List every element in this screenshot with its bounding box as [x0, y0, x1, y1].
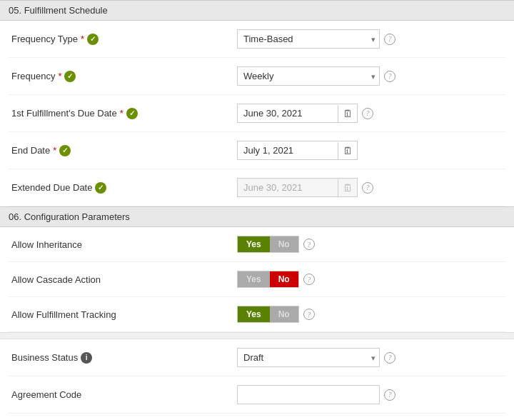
business-status-control: Draft Active Inactive ▾ ? — [237, 348, 505, 367]
first-due-date-control: 🗓 ? — [237, 104, 505, 123]
frequency-type-row: Frequency Type* ✓ Time-Based Event-Based… — [9, 21, 505, 58]
first-due-date-wrapper: 🗓 — [237, 104, 358, 123]
file-path-row: File Path ✓ Select File ? — [9, 414, 505, 420]
section-gap — [0, 332, 514, 339]
allow-tracking-label: Allow Fulfillment Tracking — [9, 309, 237, 320]
first-due-date-check-icon: ✓ — [126, 108, 138, 119]
end-date-control: 🗓 — [237, 141, 505, 160]
business-status-select-wrapper: Draft Active Inactive ▾ — [237, 348, 380, 367]
agreement-code-row: Agreement Code ? — [9, 376, 505, 414]
frequency-help-icon[interactable]: ? — [384, 71, 395, 82]
business-status-label: Business Status i — [9, 352, 237, 364]
allow-tracking-yes-button[interactable]: Yes — [238, 306, 270, 322]
bottom-section-body: Business Status i Draft Active Inactive … — [0, 339, 514, 420]
frequency-select[interactable]: Weekly Daily Monthly — [237, 66, 380, 86]
frequency-type-select[interactable]: Time-Based Event-Based — [237, 29, 380, 49]
agreement-code-control: ? — [237, 385, 505, 404]
allow-inheritance-no-button[interactable]: No — [270, 236, 298, 252]
frequency-row: Frequency* ✓ Weekly Daily Monthly ▾ ? — [9, 58, 505, 95]
allow-cascade-help-icon[interactable]: ? — [303, 274, 315, 285]
extended-due-date-input — [238, 179, 338, 196]
agreement-code-label: Agreement Code — [9, 389, 237, 400]
fulfillment-section-header: 05. Fulfillment Schedule — [0, 0, 514, 21]
allow-cascade-yes-button[interactable]: Yes — [238, 271, 270, 287]
first-due-date-label: 1st Fulfillment's Due Date* ✓ — [9, 108, 237, 119]
end-date-label: End Date* ✓ — [9, 145, 237, 156]
end-date-input[interactable] — [238, 141, 338, 159]
business-status-info-icon: i — [81, 352, 92, 364]
frequency-select-wrapper: Weekly Daily Monthly ▾ — [237, 66, 380, 86]
first-due-date-input[interactable] — [238, 104, 338, 122]
extended-due-date-control: 🗓 ? — [237, 178, 505, 197]
allow-inheritance-help-icon[interactable]: ? — [303, 239, 315, 250]
allow-tracking-toggle: Yes No — [237, 306, 299, 323]
allow-cascade-row: Allow Cascade Action Yes No ? — [9, 262, 505, 297]
allow-cascade-no-button[interactable]: No — [270, 271, 298, 287]
frequency-check-icon: ✓ — [64, 71, 76, 82]
end-date-check-icon: ✓ — [59, 145, 71, 156]
end-date-wrapper: 🗓 — [237, 141, 358, 160]
configuration-section-header: 06. Configuration Parameters — [0, 206, 514, 227]
extended-due-date-wrapper: 🗓 — [237, 178, 358, 197]
allow-inheritance-control: Yes No ? — [237, 236, 505, 253]
configuration-section-body: Allow Inheritance Yes No ? Allow Cascade… — [0, 227, 514, 332]
allow-tracking-row: Allow Fulfillment Tracking Yes No ? — [9, 297, 505, 332]
extended-due-date-help-icon[interactable]: ? — [362, 182, 373, 194]
allow-cascade-label: Allow Cascade Action — [9, 274, 237, 285]
allow-tracking-no-button[interactable]: No — [270, 306, 298, 322]
allow-cascade-control: Yes No ? — [237, 271, 505, 288]
first-due-date-help-icon[interactable]: ? — [362, 108, 373, 119]
frequency-type-check-icon: ✓ — [87, 34, 99, 45]
frequency-control: Weekly Daily Monthly ▾ ? — [237, 66, 505, 86]
business-status-select[interactable]: Draft Active Inactive — [237, 348, 380, 367]
frequency-type-control: Time-Based Event-Based ▾ ? — [237, 29, 505, 49]
extended-due-date-label: Extended Due Date ✓ — [9, 182, 237, 194]
allow-tracking-help-icon[interactable]: ? — [303, 309, 315, 320]
allow-inheritance-label: Allow Inheritance — [9, 239, 237, 250]
frequency-label: Frequency* ✓ — [9, 71, 237, 82]
extended-due-date-row: Extended Due Date ✓ 🗓 ? — [9, 169, 505, 206]
end-date-row: End Date* ✓ 🗓 — [9, 132, 505, 169]
business-status-row: Business Status i Draft Active Inactive … — [9, 339, 505, 376]
agreement-code-input[interactable] — [237, 385, 380, 404]
configuration-title: 06. Configuration Parameters — [9, 211, 130, 222]
fulfillment-section-body: Frequency Type* ✓ Time-Based Event-Based… — [0, 21, 514, 206]
allow-inheritance-yes-button[interactable]: Yes — [238, 236, 270, 252]
frequency-type-label: Frequency Type* ✓ — [9, 34, 237, 45]
business-status-help-icon[interactable]: ? — [384, 352, 395, 364]
first-due-date-calendar-icon[interactable]: 🗓 — [338, 105, 357, 122]
frequency-type-select-wrapper: Time-Based Event-Based ▾ — [237, 29, 380, 49]
fulfillment-title: 05. Fulfillment Schedule — [9, 5, 108, 16]
allow-inheritance-toggle: Yes No — [237, 236, 299, 253]
allow-tracking-control: Yes No ? — [237, 306, 505, 323]
allow-cascade-toggle: Yes No — [237, 271, 299, 288]
frequency-type-help-icon[interactable]: ? — [384, 34, 395, 45]
allow-inheritance-row: Allow Inheritance Yes No ? — [9, 227, 505, 262]
agreement-code-help-icon[interactable]: ? — [384, 389, 395, 401]
extended-due-date-check-icon: ✓ — [95, 182, 106, 194]
end-date-calendar-icon[interactable]: 🗓 — [338, 142, 357, 159]
first-due-date-row: 1st Fulfillment's Due Date* ✓ 🗓 ? — [9, 95, 505, 132]
extended-due-date-calendar-icon: 🗓 — [338, 179, 357, 196]
